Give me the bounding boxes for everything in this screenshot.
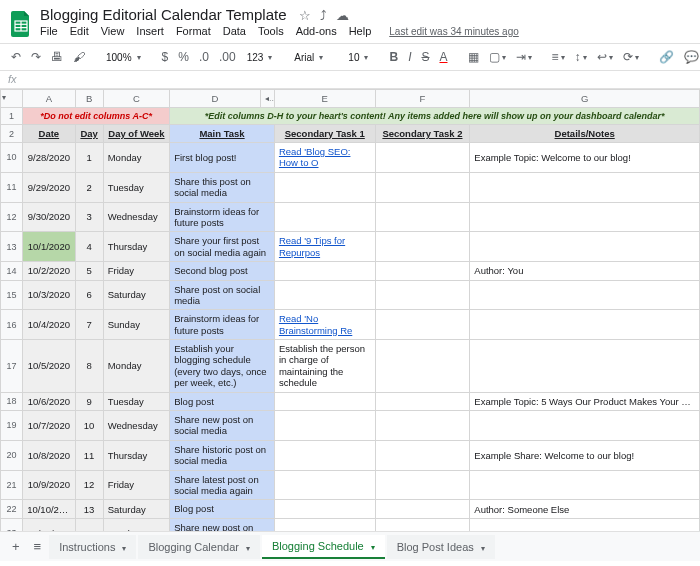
- row-head[interactable]: 13: [1, 232, 23, 262]
- cell-sec2[interactable]: [375, 518, 470, 531]
- cell-day[interactable]: 4: [75, 232, 103, 262]
- row-head[interactable]: 19: [1, 411, 23, 441]
- col-D[interactable]: D: [170, 90, 261, 108]
- hdr-sec2[interactable]: Secondary Task 2: [375, 125, 470, 143]
- zoom-select[interactable]: 100%: [102, 50, 145, 65]
- cell-day[interactable]: 8: [75, 340, 103, 393]
- cell-sec1[interactable]: Read 'Blog SEO: How to O: [274, 143, 375, 173]
- hdr-day[interactable]: Day: [75, 125, 103, 143]
- col-collapse-icon[interactable]: ◂▸: [260, 90, 274, 108]
- banner-green[interactable]: *Edit columns D-H to your heart's conten…: [170, 108, 700, 125]
- last-edit-link[interactable]: Last edit was 34 minutes ago: [389, 26, 519, 37]
- cell-date[interactable]: 10/7/2020: [23, 411, 75, 441]
- redo-icon[interactable]: ↷: [28, 48, 44, 66]
- col-C[interactable]: C: [103, 90, 169, 108]
- cell-sec1[interactable]: [274, 518, 375, 531]
- cell-day[interactable]: 9: [75, 392, 103, 410]
- tab-blogging-schedule[interactable]: Blogging Schedule: [262, 535, 385, 559]
- decrease-decimal[interactable]: .0: [196, 48, 212, 66]
- row-head-2[interactable]: ▾2: [1, 125, 23, 143]
- row-head[interactable]: 17: [1, 340, 23, 393]
- add-sheet-icon[interactable]: +: [6, 535, 26, 558]
- row-head[interactable]: 10: [1, 143, 23, 173]
- cell-dow[interactable]: Saturday: [103, 280, 169, 310]
- cell-date[interactable]: 10/4/2020: [23, 310, 75, 340]
- all-sheets-icon[interactable]: ≡: [28, 535, 48, 558]
- cell-details[interactable]: [470, 232, 700, 262]
- hdr-sec1[interactable]: Secondary Task 1: [274, 125, 375, 143]
- cloud-icon[interactable]: ☁: [336, 8, 349, 23]
- cell-sec2[interactable]: [375, 411, 470, 441]
- tab-menu-icon[interactable]: [243, 541, 250, 553]
- font-select[interactable]: Arial: [290, 50, 330, 65]
- italic-icon[interactable]: I: [405, 48, 414, 66]
- menu-edit[interactable]: Edit: [70, 25, 89, 37]
- cell-details[interactable]: [470, 202, 700, 232]
- cell-dow[interactable]: Monday: [103, 340, 169, 393]
- cell-date[interactable]: 10/1/2020: [23, 232, 75, 262]
- bold-icon[interactable]: B: [386, 48, 401, 66]
- cell-sec1[interactable]: [274, 280, 375, 310]
- tab-menu-icon[interactable]: [478, 541, 485, 553]
- row-head[interactable]: 22: [1, 500, 23, 518]
- menu-data[interactable]: Data: [223, 25, 246, 37]
- cell-dow[interactable]: Friday: [103, 262, 169, 280]
- cell-details[interactable]: [470, 172, 700, 202]
- undo-icon[interactable]: ↶: [8, 48, 24, 66]
- cell-date[interactable]: 10/10/2020: [23, 500, 75, 518]
- cell-sec2[interactable]: [375, 143, 470, 173]
- cell-dow[interactable]: Monday: [103, 143, 169, 173]
- cell-dow[interactable]: Wednesday: [103, 202, 169, 232]
- cell-sec2[interactable]: [375, 262, 470, 280]
- cell-main-task[interactable]: First blog post!: [170, 143, 275, 173]
- borders-icon[interactable]: ▢: [486, 48, 509, 66]
- cell-dow[interactable]: Thursday: [103, 232, 169, 262]
- cell-sec2[interactable]: [375, 392, 470, 410]
- row-head[interactable]: 15: [1, 280, 23, 310]
- menu-tools[interactable]: Tools: [258, 25, 284, 37]
- col-G[interactable]: G: [470, 90, 700, 108]
- cell-main-task[interactable]: Blog post: [170, 500, 275, 518]
- cell-sec2[interactable]: [375, 280, 470, 310]
- row-head[interactable]: 21: [1, 470, 23, 500]
- menu-addons[interactable]: Add-ons: [296, 25, 337, 37]
- cell-day[interactable]: 10: [75, 411, 103, 441]
- paint-format-icon[interactable]: 🖌: [70, 48, 88, 66]
- cell-sec2[interactable]: [375, 172, 470, 202]
- cell-sec1[interactable]: [274, 392, 375, 410]
- cell-main-task[interactable]: Brainstorm ideas for future posts: [170, 202, 275, 232]
- cell-date[interactable]: 9/30/2020: [23, 202, 75, 232]
- more-formats[interactable]: 123: [243, 50, 277, 65]
- cell-dow[interactable]: Tuesday: [103, 172, 169, 202]
- cell-sec1[interactable]: [274, 440, 375, 470]
- cell-day[interactable]: 3: [75, 202, 103, 232]
- cell-day[interactable]: 13: [75, 500, 103, 518]
- cell-details[interactable]: Author: Someone Else: [470, 500, 700, 518]
- cell-sec1[interactable]: [274, 500, 375, 518]
- cell-main-task[interactable]: Share this post on social media: [170, 172, 275, 202]
- cell-sec2[interactable]: [375, 232, 470, 262]
- wrap-icon[interactable]: ↩: [594, 48, 616, 66]
- cell-details[interactable]: [470, 411, 700, 441]
- cell-dow[interactable]: Saturday: [103, 500, 169, 518]
- cell-main-task[interactable]: Share post on social media: [170, 280, 275, 310]
- cell-main-task[interactable]: Share new post on social media: [170, 411, 275, 441]
- cell-dow[interactable]: Friday: [103, 470, 169, 500]
- hdr-date[interactable]: Date: [23, 125, 75, 143]
- valign-icon[interactable]: ↕: [572, 48, 590, 66]
- cell-date[interactable]: 9/29/2020: [23, 172, 75, 202]
- rotate-icon[interactable]: ⟳: [620, 48, 642, 66]
- col-B[interactable]: B: [75, 90, 103, 108]
- cell-sec2[interactable]: [375, 470, 470, 500]
- formula-bar[interactable]: fx: [0, 71, 700, 89]
- row-head[interactable]: 20: [1, 440, 23, 470]
- cell-sec1[interactable]: Read 'No Brainstorming Re: [274, 310, 375, 340]
- menu-file[interactable]: File: [40, 25, 58, 37]
- cell-main-task[interactable]: Share latest post on social media again: [170, 470, 275, 500]
- banner-red[interactable]: *Do not edit columns A-C*: [23, 108, 170, 125]
- cell-day[interactable]: 6: [75, 280, 103, 310]
- cell-dow[interactable]: Sunday: [103, 310, 169, 340]
- cell-sec2[interactable]: [375, 340, 470, 393]
- format-percent[interactable]: %: [175, 48, 192, 66]
- cell-main-task[interactable]: Brainstorm ideas for future posts: [170, 310, 275, 340]
